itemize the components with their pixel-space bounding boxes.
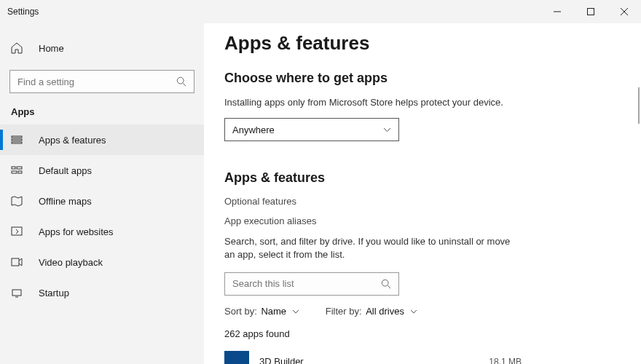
startup-icon <box>11 287 24 298</box>
dropdown-value: Anywhere <box>232 124 275 135</box>
svg-rect-0 <box>588 9 594 15</box>
home-icon <box>11 42 24 54</box>
chevron-down-icon <box>383 127 391 132</box>
svg-rect-10 <box>12 258 19 266</box>
main-content: Apps & features Choose where to get apps… <box>204 23 641 364</box>
sidebar-item-apps-features[interactable]: Apps & features <box>0 124 204 155</box>
chevron-down-icon <box>292 309 299 314</box>
sidebar-item-default-apps[interactable]: Default apps <box>0 155 204 186</box>
sort-label: Sort by: <box>224 306 257 317</box>
svg-rect-4 <box>12 142 22 143</box>
offline-maps-icon <box>11 195 24 207</box>
default-apps-icon <box>11 165 24 176</box>
svg-rect-2 <box>12 136 22 138</box>
svg-rect-3 <box>12 139 22 141</box>
svg-rect-8 <box>18 171 22 173</box>
home-label: Home <box>39 43 64 54</box>
link-optional-features[interactable]: Optional features <box>224 196 619 207</box>
sidebar: Home Apps Apps & features Default apps O… <box>0 23 204 364</box>
section-help-list: Search, sort, and filter by drive. If yo… <box>224 235 523 261</box>
sort-by[interactable]: Sort by: Name <box>224 306 299 317</box>
sidebar-item-apps-for-websites[interactable]: Apps for websites <box>0 216 204 247</box>
sidebar-search-input[interactable] <box>17 76 176 87</box>
scrollbar[interactable] <box>638 87 640 124</box>
search-icon <box>381 279 391 289</box>
sidebar-item-label: Video playback <box>39 257 103 268</box>
filter-value: All drives <box>366 306 404 317</box>
minimize-button[interactable] <box>540 0 574 23</box>
sidebar-nav: Apps & features Default apps Offline map… <box>0 124 204 308</box>
filter-by[interactable]: Filter by: All drives <box>326 306 417 317</box>
maximize-button[interactable] <box>574 0 607 23</box>
sidebar-item-label: Offline maps <box>39 196 92 207</box>
window-controls <box>540 0 641 23</box>
svg-rect-9 <box>12 227 22 235</box>
video-playback-icon <box>11 256 24 268</box>
page-title: Apps & features <box>224 32 619 55</box>
home-nav[interactable]: Home <box>0 35 204 61</box>
window-title: Settings <box>0 7 39 17</box>
app-search-input[interactable] <box>232 278 381 289</box>
sidebar-item-startup[interactable]: Startup <box>0 277 204 308</box>
app-size: 18.1 MB <box>489 357 522 364</box>
sidebar-item-label: Apps for websites <box>39 226 114 237</box>
section-help-where: Installing apps only from Microsoft Stor… <box>224 96 523 109</box>
sidebar-item-label: Startup <box>39 288 69 298</box>
sidebar-heading: Apps <box>0 106 204 117</box>
chevron-down-icon <box>410 309 417 314</box>
app-row[interactable]: 3D Builder 18.1 MB <box>224 351 619 364</box>
svg-point-12 <box>382 280 388 286</box>
titlebar: Settings <box>0 0 641 23</box>
apps-for-websites-icon <box>11 226 24 237</box>
sidebar-search[interactable] <box>9 70 194 93</box>
filter-label: Filter by: <box>326 306 362 317</box>
where-dropdown[interactable]: Anywhere <box>224 118 399 141</box>
sidebar-item-label: Apps & features <box>39 135 106 146</box>
svg-rect-5 <box>12 167 15 169</box>
app-icon <box>224 351 249 364</box>
apps-count: 262 apps found <box>224 328 619 339</box>
sidebar-item-label: Default apps <box>39 165 92 176</box>
app-name: 3D Builder <box>259 356 479 364</box>
search-icon <box>176 76 186 87</box>
app-search[interactable] <box>224 272 399 296</box>
svg-rect-6 <box>17 167 22 169</box>
sort-value: Name <box>261 306 286 317</box>
svg-rect-7 <box>12 171 17 173</box>
section-heading-list: Apps & features <box>224 170 619 186</box>
apps-features-icon <box>11 134 24 146</box>
close-button[interactable] <box>607 0 641 23</box>
link-app-execution-aliases[interactable]: App execution aliases <box>224 215 619 226</box>
section-heading-where: Choose where to get apps <box>224 71 619 86</box>
svg-point-1 <box>177 77 184 84</box>
sidebar-item-video-playback[interactable]: Video playback <box>0 247 204 277</box>
sidebar-item-offline-maps[interactable]: Offline maps <box>0 186 204 216</box>
svg-rect-11 <box>12 290 21 296</box>
